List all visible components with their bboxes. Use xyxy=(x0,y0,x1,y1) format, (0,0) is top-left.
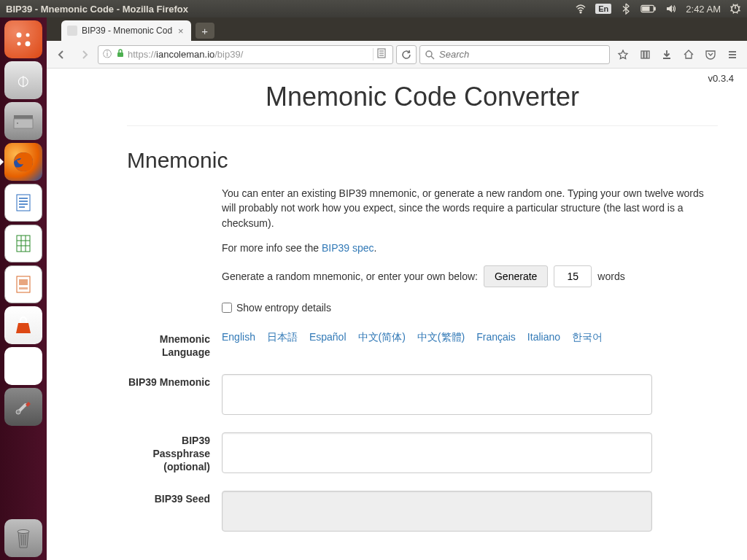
svg-rect-25 xyxy=(19,287,28,289)
search-input[interactable] xyxy=(439,49,605,60)
show-entropy-label: Show entropy details xyxy=(236,302,331,314)
language-links: English 日本語 Español 中文(简体) 中文(繁體) França… xyxy=(222,331,718,359)
bookmark-star-icon[interactable] xyxy=(613,44,633,65)
home-icon[interactable] xyxy=(678,44,699,65)
words-suffix: words xyxy=(597,271,624,282)
bluetooth-icon[interactable] xyxy=(620,3,632,15)
launcher-impress-icon[interactable] xyxy=(4,265,42,303)
bip39-seed-label: BIP39 Seed xyxy=(127,491,222,534)
nav-forward-button[interactable] xyxy=(74,44,95,65)
lang-chinese-simplified[interactable]: 中文(简体) xyxy=(358,331,406,359)
bip39-mnemonic-row: BIP39 Mnemonic xyxy=(222,374,718,418)
show-entropy-row: Show entropy details xyxy=(222,302,718,314)
svg-point-27 xyxy=(18,530,29,534)
launcher-files-icon[interactable] xyxy=(4,102,42,140)
reader-mode-icon[interactable] xyxy=(373,48,390,61)
bip39-spec-link[interactable]: BIP39 spec xyxy=(322,242,374,254)
launcher-devices-icon[interactable]: ⌽ xyxy=(4,61,42,99)
new-tab-button[interactable]: + xyxy=(196,23,214,39)
launcher-settings-icon[interactable] xyxy=(4,388,42,426)
svg-rect-39 xyxy=(644,51,646,58)
system-tray: En 2:42 AM xyxy=(575,3,741,15)
bip39-mnemonic-label: BIP39 Mnemonic xyxy=(127,374,222,418)
svg-point-26 xyxy=(16,410,20,414)
bip39-passphrase-input[interactable] xyxy=(222,432,652,473)
svg-rect-40 xyxy=(647,51,649,58)
lang-spanish[interactable]: Español xyxy=(309,331,347,359)
svg-rect-9 xyxy=(14,115,33,119)
downloads-icon[interactable] xyxy=(657,44,677,65)
svg-rect-24 xyxy=(19,279,28,285)
firefox-window: BIP39 - Mnemonic Cod × + ⓘ https://ianco… xyxy=(47,18,747,560)
lang-chinese-traditional[interactable]: 中文(繁體) xyxy=(417,331,465,359)
lang-japanese[interactable]: 日本語 xyxy=(267,331,298,359)
svg-point-7 xyxy=(18,42,21,46)
svg-rect-18 xyxy=(17,236,30,252)
svg-rect-31 xyxy=(117,52,123,57)
library-icon[interactable] xyxy=(635,44,655,65)
svg-rect-41 xyxy=(663,58,670,59)
browser-navbar: ⓘ https://iancoleman.io/bip39/ xyxy=(47,41,747,69)
nav-back-button[interactable] xyxy=(51,44,71,65)
svg-point-0 xyxy=(580,12,581,13)
section-heading-mnemonic: Mnemonic xyxy=(127,148,718,173)
bip39-passphrase-row: BIP39 Passphrase (optional) xyxy=(222,432,718,476)
keyboard-lang-indicator[interactable]: En xyxy=(595,4,611,14)
intro-paragraph-2: For more info see the BIP39 spec. xyxy=(222,241,718,255)
page-viewport[interactable]: v0.3.4 Mnemonic Code Converter Mnemonic … xyxy=(47,69,747,560)
svg-point-11 xyxy=(17,122,18,124)
svg-line-37 xyxy=(431,56,434,59)
launcher-amazon-icon[interactable]: a xyxy=(4,347,42,385)
tab-close-icon[interactable]: × xyxy=(177,26,185,36)
url-text: https://iancoleman.io/bip39/ xyxy=(128,49,370,60)
mnemonic-language-label: Mnemonic Language xyxy=(127,331,222,359)
version-label: v0.3.4 xyxy=(708,73,734,84)
svg-rect-2 xyxy=(654,7,656,10)
launcher-dash-icon[interactable] xyxy=(4,20,42,58)
bip39-seed-row: BIP39 Seed xyxy=(222,491,718,534)
show-entropy-checkbox[interactable] xyxy=(222,303,232,313)
page-content: Mnemonic Code Converter Mnemonic You can… xyxy=(47,69,747,560)
tab-favicon-icon xyxy=(67,26,77,36)
svg-point-8 xyxy=(26,42,31,47)
launcher-calc-icon[interactable] xyxy=(4,225,42,262)
launcher-software-icon[interactable] xyxy=(4,306,42,344)
mnemonic-form: You can enter an existing BIP39 mnemonic… xyxy=(222,186,718,534)
url-bar[interactable]: ⓘ https://iancoleman.io/bip39/ xyxy=(98,45,393,64)
launcher-trash-icon[interactable] xyxy=(4,519,42,557)
word-count-select[interactable] xyxy=(554,265,592,287)
launcher-firefox-icon[interactable] xyxy=(4,143,42,181)
lang-korean[interactable]: 한국어 xyxy=(572,331,603,359)
hamburger-menu-icon[interactable] xyxy=(722,44,743,65)
generate-row: Generate a random mnemonic, or enter you… xyxy=(222,265,718,287)
generate-button[interactable]: Generate xyxy=(484,265,548,287)
power-icon[interactable] xyxy=(729,3,741,15)
tab-strip: BIP39 - Mnemonic Cod × + xyxy=(47,18,747,41)
site-info-icon[interactable]: ⓘ xyxy=(101,48,113,61)
svg-rect-38 xyxy=(641,51,643,58)
lang-italian[interactable]: Italiano xyxy=(527,331,560,359)
svg-rect-10 xyxy=(14,119,33,128)
bip39-mnemonic-input[interactable] xyxy=(222,374,652,415)
svg-point-6 xyxy=(26,34,30,37)
svg-rect-3 xyxy=(643,7,649,11)
search-icon xyxy=(425,50,435,60)
svg-point-36 xyxy=(426,51,432,57)
clock[interactable]: 2:42 AM xyxy=(686,4,721,15)
battery-icon[interactable] xyxy=(640,4,657,14)
wifi-icon[interactable] xyxy=(575,3,587,15)
reload-button[interactable] xyxy=(396,45,417,64)
browser-tab-active[interactable]: BIP39 - Mnemonic Cod × xyxy=(61,20,191,41)
intro-paragraph-1: You can enter an existing BIP39 mnemonic… xyxy=(222,186,718,230)
lang-french[interactable]: Français xyxy=(476,331,516,359)
generate-label: Generate a random mnemonic, or enter you… xyxy=(222,271,478,282)
pocket-icon[interactable] xyxy=(700,44,721,65)
divider xyxy=(127,125,718,126)
system-menubar: BIP39 - Mnemonic Code - Mozilla Firefox … xyxy=(0,0,747,18)
launcher-writer-icon[interactable] xyxy=(4,184,42,222)
lang-english[interactable]: English xyxy=(222,331,255,359)
volume-icon[interactable] xyxy=(665,3,677,15)
search-bar[interactable] xyxy=(419,45,610,64)
bip39-passphrase-label: BIP39 Passphrase (optional) xyxy=(127,432,222,476)
bip39-seed-output xyxy=(222,491,652,532)
